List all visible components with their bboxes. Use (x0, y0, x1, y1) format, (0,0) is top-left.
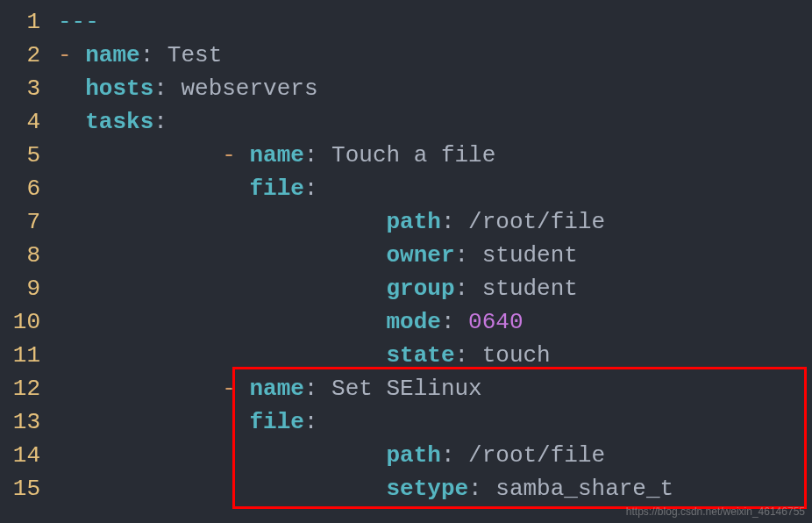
token: : (468, 476, 495, 502)
token: state (386, 342, 454, 369)
token: file (249, 409, 303, 435)
line-number: 9 (7, 272, 40, 305)
token (58, 476, 386, 502)
token: 0640 (468, 309, 523, 335)
token: : (441, 209, 468, 235)
token: : (304, 142, 331, 168)
line-number: 3 (7, 72, 40, 105)
watermark-text: https://blog.csdn.net/weixin_46146755 (626, 505, 805, 518)
line-number: 1 (7, 5, 40, 39)
token: tasks (85, 109, 153, 135)
token: name (85, 42, 139, 68)
line-number: 13 (7, 405, 40, 439)
line-number: 8 (7, 239, 40, 272)
line-number: 11 (7, 339, 40, 372)
token: /root/file (468, 209, 605, 235)
token: : (454, 242, 481, 269)
token: : (441, 442, 468, 469)
token: student (482, 242, 578, 269)
token (58, 75, 85, 102)
code-line[interactable]: - name: Test (58, 39, 812, 72)
token: Test (167, 42, 222, 68)
token: --- (58, 9, 99, 35)
token (58, 242, 386, 269)
token: name (249, 142, 303, 168)
line-number: 14 (7, 439, 40, 472)
line-number: 12 (7, 372, 40, 405)
token: : (304, 176, 318, 202)
token (58, 342, 386, 369)
token: : (153, 75, 181, 102)
line-gutter: 123456789101112131415 (0, 0, 51, 523)
token (58, 209, 386, 235)
code-line[interactable]: state: touch (58, 339, 812, 372)
token: : (140, 42, 167, 68)
code-line[interactable]: file: (58, 172, 812, 205)
line-number: 6 (7, 172, 40, 205)
token: path (386, 442, 440, 469)
line-number: 2 (7, 39, 40, 72)
token: Set SElinux (331, 376, 482, 402)
code-line[interactable]: tasks: (58, 105, 812, 139)
token: : (304, 409, 318, 435)
token: : (304, 376, 331, 402)
line-number: 5 (7, 139, 40, 172)
token: : (454, 342, 481, 369)
code-line[interactable]: path: /root/file (58, 205, 812, 239)
token (58, 109, 85, 135)
token: /root/file (468, 442, 605, 469)
token: student (482, 276, 578, 302)
token (58, 409, 249, 435)
token: touch (482, 342, 551, 369)
token (58, 176, 249, 202)
code-editor[interactable]: 123456789101112131415 ---- name: Test ho… (0, 0, 812, 523)
token: mode (386, 309, 440, 335)
line-number: 7 (7, 205, 40, 239)
code-line[interactable]: file: (58, 405, 812, 439)
code-line[interactable]: owner: student (58, 239, 812, 272)
code-line[interactable]: setype: samba_share_t (58, 472, 812, 505)
token: webservers (181, 75, 317, 102)
line-number: 10 (7, 305, 40, 339)
token: : (441, 309, 468, 335)
token: group (386, 276, 454, 302)
token: path (386, 209, 440, 235)
token: setype (386, 476, 468, 502)
code-area[interactable]: ---- name: Test hosts: webservers tasks:… (51, 0, 812, 523)
token: name (249, 376, 303, 402)
token: - (58, 142, 249, 168)
token: - (58, 376, 249, 402)
code-line[interactable]: path: /root/file (58, 439, 812, 472)
code-line[interactable]: hosts: webservers (58, 72, 812, 105)
line-number: 4 (7, 105, 40, 139)
code-line[interactable]: group: student (58, 272, 812, 305)
token: : (454, 276, 481, 302)
code-line[interactable]: --- (58, 5, 812, 39)
token: hosts (85, 75, 153, 102)
token: - (58, 42, 85, 68)
token (58, 442, 386, 469)
token (58, 309, 386, 335)
code-line[interactable]: mode: 0640 (58, 305, 812, 339)
code-line[interactable]: - name: Set SElinux (58, 372, 812, 405)
token (58, 276, 386, 302)
token: samba_share_t (495, 476, 673, 502)
token: file (249, 176, 303, 202)
token: Touch a file (331, 142, 495, 168)
line-number: 15 (7, 472, 40, 505)
code-line[interactable]: - name: Touch a file (58, 139, 812, 172)
token: : (153, 109, 167, 135)
token: owner (386, 242, 454, 269)
